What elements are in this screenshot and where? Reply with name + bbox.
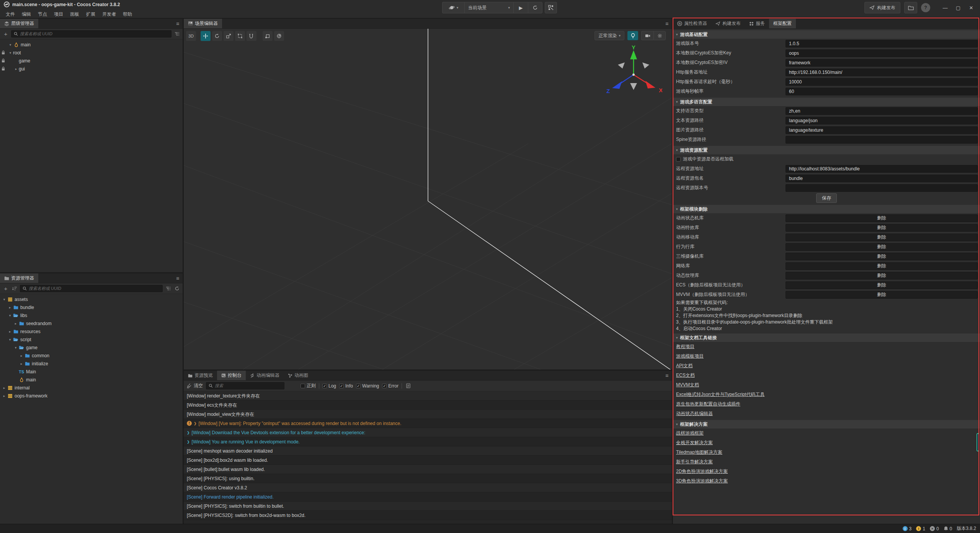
doc-link[interactable]: MVVM文档 (676, 382, 699, 388)
console-log-list[interactable]: [Window] render_texture文件夹存在[Window] ecs… (184, 391, 672, 524)
build-publish-button[interactable]: 构建发布 (864, 2, 900, 13)
doc-link[interactable]: API文档 (676, 363, 693, 369)
tab-hierarchy[interactable]: 层级管理器 (0, 19, 38, 28)
section-header[interactable]: ▾框架解决方案 (673, 420, 980, 428)
tab-build[interactable]: 构建发布 (711, 19, 745, 28)
console-log-row[interactable]: !❯[Window] [Vue warn]: Property "onInput… (184, 419, 672, 428)
panel-menu-icon[interactable]: ≡ (662, 19, 672, 28)
tab-scene-editor[interactable]: 场景编辑器 (184, 19, 222, 28)
menu-0[interactable]: 文件 (2, 10, 18, 19)
help-button[interactable]: ? (921, 3, 930, 12)
tree-node-bundle[interactable]: ▸bundle (0, 303, 183, 311)
coordinate-toggle-button[interactable] (274, 31, 284, 41)
pivot-toggle-button[interactable] (263, 31, 273, 41)
tab-console-2[interactable]: 动画编辑器 (246, 371, 284, 380)
preview-qr-button[interactable] (545, 2, 557, 13)
tree-node-seedrandom[interactable]: ▸seedrandom (0, 319, 183, 327)
doc-link[interactable]: 原生包热更新配置自动生成插件 (676, 401, 740, 407)
panel-menu-icon[interactable]: ≡ (173, 273, 183, 283)
console-log-row[interactable]: [Scene] Forward render pipeline initiali… (184, 492, 672, 502)
refresh-assets-icon[interactable] (173, 285, 180, 292)
chevron-right-icon[interactable]: ▸ (2, 394, 7, 398)
doc-link[interactable]: 战棋游戏框架 (676, 430, 704, 437)
warning-count[interactable]: ! 1 (916, 526, 925, 531)
rect-tool-button[interactable] (235, 31, 245, 41)
field-input[interactable]: http://localhost:8083/assets/bundle (786, 165, 978, 173)
field-input[interactable]: language/texture (786, 126, 978, 134)
move-tool-button[interactable] (201, 31, 211, 41)
tree-node-game[interactable]: ▾game (0, 343, 183, 352)
rotate-tool-button[interactable] (212, 31, 222, 41)
section-header[interactable]: ▾框架模块删除 (673, 205, 980, 213)
delete-module-button[interactable]: 删除 (786, 262, 978, 270)
filter-info-checkbox[interactable]: ✓Info (339, 383, 353, 389)
doc-link[interactable]: 新手引导解决方案 (676, 459, 713, 465)
field-input[interactable]: oops (786, 49, 978, 57)
chevron-right-icon[interactable]: ❯ (194, 419, 197, 428)
add-node-button[interactable]: + (2, 31, 9, 38)
chevron-right-icon[interactable]: ▸ (7, 330, 13, 334)
lock-icon[interactable] (0, 59, 6, 63)
chevron-right-icon[interactable]: ▸ (19, 362, 24, 366)
console-log-row[interactable]: [Scene] meshopt wasm decoder initialized (184, 446, 672, 456)
delete-module-button[interactable]: 删除 (786, 291, 978, 299)
console-log-row[interactable]: [Scene] [PHYSICS]: using builtin. (184, 474, 672, 483)
tab-console-0[interactable]: 资源预览 (184, 371, 217, 380)
tree-node-common[interactable]: ▸common (0, 352, 183, 360)
chevron-down-icon[interactable]: ▾ (7, 314, 13, 317)
console-log-row[interactable]: [Window] render_texture文件夹存在 (184, 391, 672, 401)
console-log-row[interactable]: [Window] ecs文件夹存在 (184, 401, 672, 410)
close-button[interactable]: ✕ (965, 2, 977, 13)
field-input[interactable]: 1.0.5 (786, 40, 978, 47)
axis-gizmo[interactable]: Y X Z (605, 45, 662, 98)
menu-3[interactable]: 项目 (51, 10, 67, 19)
chevron-right-icon[interactable]: ▸ (13, 322, 18, 325)
console-log-row[interactable]: [Scene] [box2d]:box2d wasm lib loaded. (184, 456, 672, 465)
doc-link[interactable]: 教程项目 (676, 343, 694, 350)
chevron-down-icon[interactable]: ▾ (13, 346, 18, 350)
scrollbar-thumb[interactable] (977, 433, 979, 451)
delete-module-button[interactable]: 删除 (786, 281, 978, 289)
delete-module-button[interactable]: 删除 (786, 243, 978, 251)
filter-error-checkbox[interactable]: ✓Error (382, 383, 399, 389)
chevron-down-icon[interactable]: ▾ (8, 51, 13, 55)
panel-menu-icon[interactable]: ≡ (173, 19, 183, 28)
save-button[interactable]: 保存 (816, 193, 837, 203)
minimize-button[interactable]: — (939, 2, 951, 13)
doc-link[interactable]: 动画状态机编辑器 (676, 410, 713, 417)
tree-node-root[interactable]: ▾root (0, 49, 183, 57)
tree-node-main[interactable]: ▾main (0, 41, 183, 49)
sort-assets-icon[interactable] (11, 285, 18, 292)
section-header[interactable]: ▾游戏多语言配置 (673, 98, 980, 106)
menu-2[interactable]: 节点 (34, 10, 51, 19)
gizmo-tool-button[interactable] (247, 31, 256, 41)
doc-link[interactable]: 3D角色扮演游戏解决方案 (676, 478, 728, 484)
tree-node-resources[interactable]: ▸resources (0, 327, 183, 335)
chevron-down-icon[interactable]: ▾ (8, 43, 13, 47)
doc-link[interactable]: ECS文档 (676, 372, 695, 379)
delete-module-button[interactable]: 删除 (786, 224, 978, 232)
console-search-input[interactable]: 搜索 (206, 382, 284, 389)
menu-5[interactable]: 扩展 (83, 10, 99, 19)
doc-link[interactable]: 2D角色扮演游戏解决方案 (676, 468, 728, 475)
field-input[interactable]: language/json (786, 117, 978, 124)
chevron-right-icon[interactable]: ❯ (187, 437, 190, 446)
chevron-right-icon[interactable]: ▸ (7, 306, 13, 309)
chevron-right-icon[interactable]: ❯ (187, 428, 190, 437)
chevron-right-icon[interactable]: ▸ (2, 386, 7, 390)
lighting-toggle-button[interactable] (627, 31, 638, 40)
tree-node-main[interactable]: main (0, 376, 183, 384)
tree-node-internal[interactable]: ▸internal (0, 384, 183, 392)
lock-icon[interactable] (0, 51, 6, 55)
field-input[interactable] (786, 184, 978, 192)
lock-icon[interactable] (0, 67, 6, 71)
doc-link[interactable]: 游戏模板项目 (676, 353, 704, 360)
field-input[interactable]: 60 (786, 88, 978, 95)
tab-assets[interactable]: 资源管理器 (0, 273, 38, 283)
filter-icon[interactable] (173, 31, 180, 38)
panel-menu-icon[interactable]: ≡ (662, 371, 672, 380)
tree-node-gui[interactable]: ▸gui (0, 65, 183, 73)
console-log-row[interactable]: ❯[Window] Download the Vue Devtools exte… (184, 428, 672, 437)
clear-console-button[interactable]: 清空 (187, 383, 203, 389)
reload-button[interactable] (528, 2, 542, 13)
